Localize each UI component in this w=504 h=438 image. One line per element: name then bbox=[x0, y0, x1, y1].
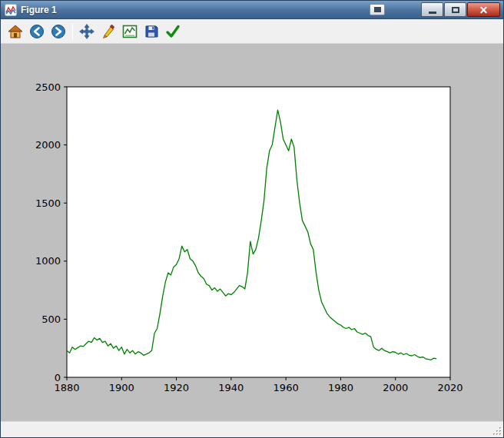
resize-grip[interactable] bbox=[492, 426, 502, 436]
x-tick-label: 1980 bbox=[328, 382, 353, 393]
pan-icon bbox=[78, 23, 95, 40]
x-tick-label: 1900 bbox=[109, 382, 134, 393]
close-icon bbox=[479, 5, 488, 14]
forward-button[interactable] bbox=[48, 21, 68, 41]
x-tick-label: 2020 bbox=[437, 382, 463, 393]
titlebar[interactable]: Figure 1 bbox=[1, 1, 503, 19]
window-controls bbox=[420, 2, 500, 17]
plot-toolbar bbox=[1, 19, 503, 44]
subplots-icon bbox=[121, 23, 138, 40]
plot-svg: 0500100015002000250018801900192019401960… bbox=[1, 44, 503, 421]
figure-canvas[interactable]: 0500100015002000250018801900192019401960… bbox=[1, 44, 503, 421]
toolbar-separator bbox=[72, 23, 73, 40]
y-tick-label: 500 bbox=[41, 314, 61, 325]
y-tick-label: 1000 bbox=[35, 255, 61, 267]
x-tick-label: 1880 bbox=[54, 382, 79, 393]
titlebar-extra-button[interactable] bbox=[370, 4, 385, 15]
customize-check-icon bbox=[164, 23, 181, 40]
customize-button[interactable] bbox=[162, 21, 183, 41]
edit-button[interactable] bbox=[98, 21, 118, 41]
titlebar-extra-icon bbox=[374, 7, 381, 12]
axes-area bbox=[67, 87, 450, 377]
y-tick-label: 1500 bbox=[35, 197, 61, 209]
x-tick-label: 1940 bbox=[218, 382, 244, 393]
home-button[interactable] bbox=[5, 21, 25, 41]
close-button[interactable] bbox=[467, 2, 500, 17]
maximize-icon bbox=[452, 7, 459, 13]
maximize-button[interactable] bbox=[444, 2, 466, 17]
back-button[interactable] bbox=[26, 21, 47, 41]
y-tick-label: 2000 bbox=[35, 139, 61, 151]
figure-window: Figure 1 bbox=[0, 0, 504, 438]
y-tick-label: 2500 bbox=[35, 81, 61, 93]
minimize-button[interactable] bbox=[421, 2, 443, 17]
window-title: Figure 1 bbox=[21, 5, 57, 15]
matplotlib-logo-icon bbox=[5, 4, 17, 16]
forward-icon bbox=[50, 23, 67, 40]
edit-pencil-icon bbox=[100, 23, 117, 40]
save-icon bbox=[143, 23, 160, 40]
pan-button[interactable] bbox=[76, 21, 97, 41]
x-tick-label: 1960 bbox=[274, 382, 299, 393]
home-icon bbox=[7, 23, 24, 40]
x-tick-label: 1920 bbox=[164, 382, 189, 393]
subplots-button[interactable] bbox=[119, 21, 140, 41]
back-icon bbox=[28, 23, 45, 40]
minimize-icon bbox=[429, 12, 436, 14]
save-button[interactable] bbox=[141, 21, 161, 41]
statusbar bbox=[1, 421, 503, 437]
x-tick-label: 2000 bbox=[383, 382, 408, 393]
